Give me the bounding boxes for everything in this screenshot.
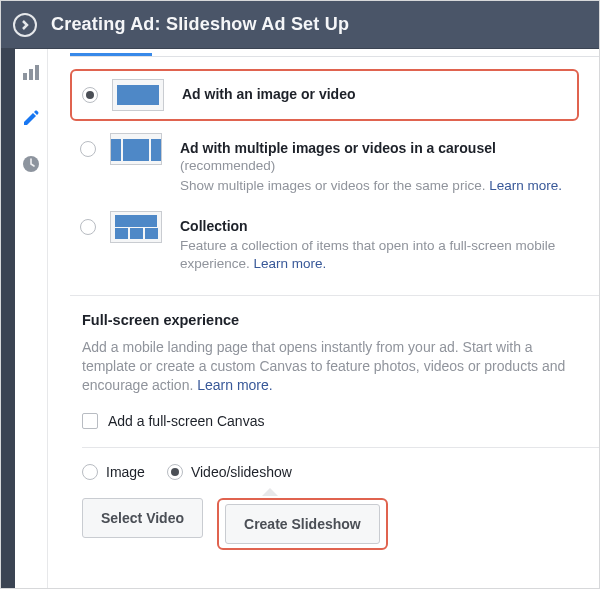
- media-label-image: Image: [106, 464, 145, 480]
- learn-more-fullscreen[interactable]: Learn more.: [197, 377, 272, 393]
- media-radio-video-row[interactable]: Video/slideshow: [167, 464, 292, 480]
- divider: [70, 295, 599, 296]
- create-slideshow-button[interactable]: Create Slideshow: [225, 504, 380, 544]
- media-radio-image-row[interactable]: Image: [82, 464, 145, 480]
- format-title-collection: Collection: [180, 217, 569, 235]
- svg-rect-0: [23, 73, 27, 80]
- canvas-checkbox-label: Add a full-screen Canvas: [108, 413, 264, 429]
- thumb-collection-icon: [110, 211, 162, 243]
- thumb-single-icon: [112, 79, 164, 111]
- pencil-icon[interactable]: [15, 95, 47, 141]
- format-desc-collection: Feature a collection of items that open …: [180, 237, 569, 273]
- page-title: Creating Ad: Slideshow Ad Set Up: [51, 14, 349, 35]
- expand-arrow-icon[interactable]: [13, 13, 37, 37]
- format-option-single[interactable]: Ad with an image or video: [70, 69, 579, 121]
- window: Creating Ad: Slideshow Ad Set Up: [0, 0, 600, 589]
- body: Ad with an image or video Ad with multip…: [1, 49, 599, 588]
- button-row: Select Video Create Slideshow: [48, 498, 599, 550]
- learn-more-collection[interactable]: Learn more.: [254, 256, 327, 271]
- bar-chart-icon[interactable]: [15, 49, 47, 95]
- format-radio-carousel[interactable]: [80, 141, 96, 157]
- select-video-button[interactable]: Select Video: [82, 498, 203, 538]
- format-option-list: Ad with an image or video Ad with multip…: [48, 57, 599, 281]
- divider: [82, 447, 599, 448]
- format-recommended: (recommended): [180, 157, 569, 175]
- create-slideshow-highlight: Create Slideshow: [217, 498, 388, 550]
- content: Ad with an image or video Ad with multip…: [47, 49, 599, 588]
- format-title-carousel: Ad with multiple images or videos in a c…: [180, 139, 569, 157]
- svg-rect-1: [29, 69, 33, 80]
- fullscreen-title: Full-screen experience: [82, 312, 579, 328]
- format-title-single: Ad with an image or video: [182, 85, 567, 103]
- media-radio-video[interactable]: [167, 464, 183, 480]
- canvas-checkbox[interactable]: [82, 413, 98, 429]
- media-label-video: Video/slideshow: [191, 464, 292, 480]
- media-type-select: Image Video/slideshow: [48, 464, 599, 480]
- sidebar-dark-strip: [1, 49, 15, 588]
- format-option-carousel[interactable]: Ad with multiple images or videos in a c…: [70, 125, 579, 203]
- sidebar: [1, 49, 47, 588]
- thumb-carousel-icon: [110, 133, 162, 165]
- format-option-collection[interactable]: Collection Feature a collection of items…: [70, 203, 579, 281]
- format-desc-carousel: Show multiple images or videos for the s…: [180, 177, 569, 195]
- fullscreen-section: Full-screen experience Add a mobile land…: [48, 312, 599, 429]
- clock-icon[interactable]: [15, 141, 47, 187]
- canvas-checkbox-row[interactable]: Add a full-screen Canvas: [82, 413, 579, 429]
- format-radio-single[interactable]: [82, 87, 98, 103]
- pointer-caret-icon: [262, 488, 278, 496]
- learn-more-carousel[interactable]: Learn more.: [489, 178, 562, 193]
- svg-rect-2: [35, 65, 39, 80]
- header-bar: Creating Ad: Slideshow Ad Set Up: [1, 1, 599, 49]
- media-radio-image[interactable]: [82, 464, 98, 480]
- format-radio-collection[interactable]: [80, 219, 96, 235]
- fullscreen-desc: Add a mobile landing page that opens ins…: [82, 338, 579, 395]
